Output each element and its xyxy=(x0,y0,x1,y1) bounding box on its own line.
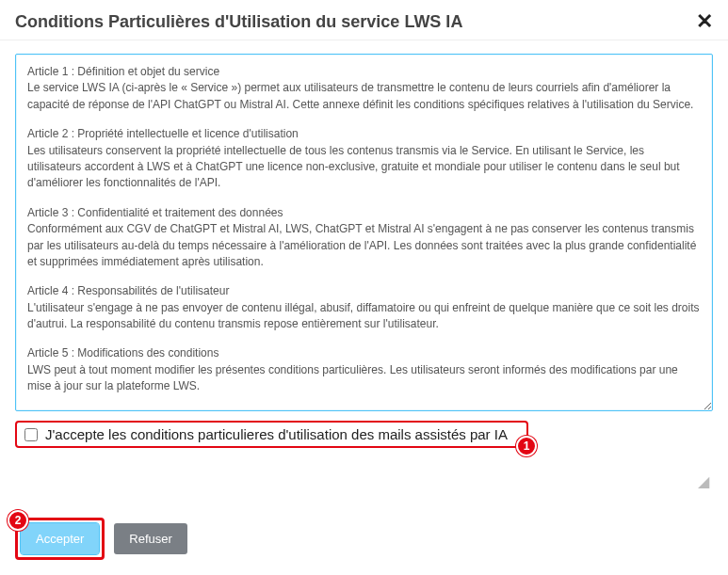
accept-button[interactable]: Accepter xyxy=(21,523,99,554)
article-body: Le service LWS IA (ci-après le « Service… xyxy=(27,81,693,110)
close-icon[interactable]: ✕ xyxy=(696,11,713,32)
resize-handle-icon[interactable]: ◢ xyxy=(698,472,709,490)
modal-footer: 2 Accepter Refuser xyxy=(15,518,187,560)
terms-textarea[interactable]: Article 1 : Définition et objet du servi… xyxy=(15,54,713,411)
accept-terms-checkbox[interactable] xyxy=(24,428,38,441)
article-title: Article 4 : Responsabilités de l'utilisa… xyxy=(27,283,701,299)
modal-title: Conditions Particulières d'Utilisation d… xyxy=(15,12,462,32)
article-block: Article 4 : Responsabilités de l'utilisa… xyxy=(27,283,701,332)
article-title: Article 1 : Définition et objet du servi… xyxy=(27,64,701,80)
annotation-badge-1: 1 xyxy=(516,436,537,456)
article-body: Conformément aux CGV de ChatGPT et Mistr… xyxy=(27,222,696,268)
article-block: Article 3 : Confidentialité et traitemen… xyxy=(27,205,701,271)
modal-body: Article 1 : Définition et objet du servi… xyxy=(0,40,728,448)
article-block: Article 1 : Définition et objet du servi… xyxy=(27,64,701,113)
refuse-button[interactable]: Refuser xyxy=(114,523,187,554)
accept-button-highlight: 2 Accepter xyxy=(15,518,105,560)
article-body: LWS peut à tout moment modifier les prés… xyxy=(27,363,678,392)
article-title: Article 5 : Modifications des conditions xyxy=(27,345,701,361)
article-block: Article 6 : Droit applicable et juridict… xyxy=(27,408,701,411)
accept-terms-label: J'accepte les conditions particulieres d… xyxy=(45,426,508,442)
article-block: Article 2 : Propriété intellectuelle et … xyxy=(27,126,701,192)
modal-header: Conditions Particulières d'Utilisation d… xyxy=(0,0,728,40)
article-title: Article 2 : Propriété intellectuelle et … xyxy=(27,126,701,142)
terms-modal: Conditions Particulières d'Utilisation d… xyxy=(0,0,728,575)
annotation-badge-2: 2 xyxy=(8,510,28,531)
accept-terms-row: J'accepte les conditions particulieres d… xyxy=(15,421,528,448)
article-body: L'utilisateur s'engage à ne pas envoyer … xyxy=(27,301,699,330)
article-title: Article 6 : Droit applicable et juridict… xyxy=(27,408,701,411)
article-body: Les utilisateurs conservent la propriété… xyxy=(27,144,680,190)
article-title: Article 3 : Confidentialité et traitemen… xyxy=(27,205,701,221)
article-block: Article 5 : Modifications des conditions… xyxy=(27,345,701,394)
